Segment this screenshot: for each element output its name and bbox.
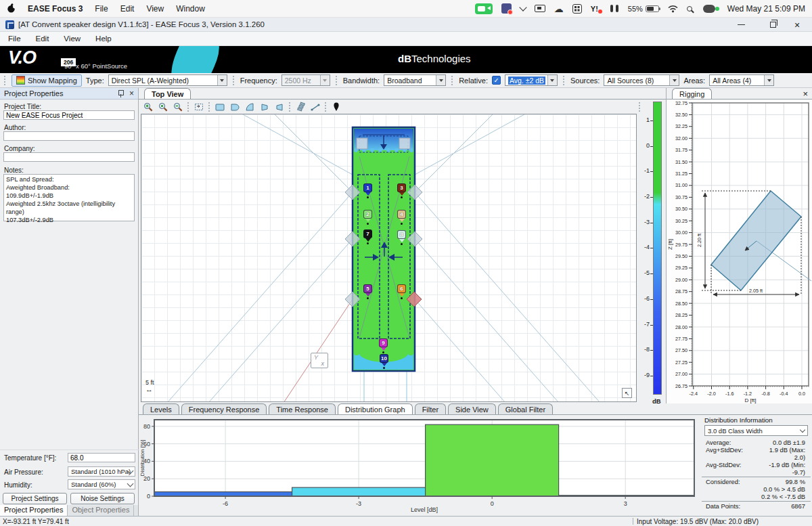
show-mapping-button[interactable]: Show Mapping [12,74,82,87]
speaker-pin-5[interactable]: 5 [363,284,373,299]
type-dropdown[interactable]: Direct SPL (A-Weighted) [108,74,227,86]
airpods-icon[interactable] [610,5,619,13]
speaker-pin-7[interactable]: 7 [363,229,373,244]
scale-tick-label: -2 [637,193,650,200]
speaker-pin-10[interactable]: 10 [379,354,389,369]
apple-icon[interactable] [7,3,16,14]
sources-dropdown[interactable]: All Sources (8) [604,74,679,86]
relative-dropdown[interactable]: Avg. ±2 dB [505,74,558,86]
rigging-chart[interactable]: 32.7532.5032.2532.0031.7531.5031.2531.00… [667,100,812,403]
reset-view-icon[interactable]: ↖ [622,388,632,398]
tab-global-filter[interactable]: Global Filter [498,403,553,414]
search-icon[interactable] [687,6,692,12]
speaker-pin-4[interactable]: 4 [397,210,407,225]
humidity-select[interactable]: Standard (60%) [68,479,135,489]
y-app-icon[interactable]: Y! [591,5,601,13]
menu-file[interactable]: File [8,35,21,43]
scale-tick-label: -7 [637,321,650,328]
svg-text:32.00: 32.00 [675,135,687,141]
toolbar-grip[interactable] [336,76,338,85]
tab-project-properties[interactable]: Project Properties [0,505,68,516]
battery-indicator[interactable]: 55% [628,5,659,13]
maximize-button[interactable] [759,18,786,32]
tab-time-response[interactable]: Time Response [269,403,336,414]
air-pressure-label: Air Pressure: [4,468,43,476]
area-pie-tool-icon[interactable] [243,100,256,113]
areas-dropdown[interactable]: All Areas (4) [709,74,774,86]
top-view-canvas[interactable]: 12345678910 5 ft↔ Yx ↖ [141,114,637,402]
tab-top-view[interactable]: Top View [144,88,191,99]
class-width-dropdown[interactable]: 3.0 dB Class Width [704,425,808,436]
tab-distribution-graph[interactable]: Distribution Graph [338,403,413,414]
toolbar-grip[interactable] [451,76,453,85]
mac-menu-file[interactable]: File [95,4,108,14]
zoom-fit-icon[interactable] [156,100,170,113]
cloud-icon[interactable]: ☁ [554,4,564,14]
axis-orientation-icon: Yx [311,353,328,368]
air-pressure-select[interactable]: Standard (1010 hPa) [68,466,135,477]
wifi-icon[interactable] [668,5,678,13]
menu-edit[interactable]: Edit [36,35,49,43]
bandwidth-dropdown[interactable]: Broadband [384,74,446,86]
dbtechnologies-logo: dBTechnologies [398,53,471,64]
area-dshape-tool-icon[interactable] [228,100,242,113]
company-input[interactable] [3,152,135,162]
company-label: Company: [4,145,35,152]
project-settings-button[interactable]: Project Settings [3,493,67,504]
zoom-selection-icon[interactable] [192,100,206,113]
close-icon[interactable]: × [129,89,134,97]
pin-icon[interactable] [118,90,124,97]
slope-tool-icon[interactable] [309,100,322,113]
zoom-out-icon[interactable] [171,100,185,113]
speaker-pin-6[interactable]: 6 [397,284,407,299]
relative-checkbox[interactable]: ✓ [492,76,501,85]
toolbar-grip[interactable] [233,76,235,85]
window-titlebar: [AT Convent speaker design V1.1.fc3] - E… [0,18,812,32]
toolbar-grip[interactable] [563,76,565,85]
stairs-tool-icon[interactable] [294,100,307,113]
scale-grip[interactable] [639,102,641,112]
chevron-down-icon[interactable] [519,3,526,11]
window-title: [AT Convent speaker design V1.1.fc3] - E… [18,20,265,28]
close-icon[interactable]: × [803,89,808,99]
source-pin-tool-icon[interactable] [330,100,343,113]
close-button[interactable]: × [784,18,811,32]
mac-menu-edit[interactable]: Edit [120,4,135,14]
tab-filter[interactable]: Filter [415,403,446,414]
project-title-input[interactable] [3,110,135,120]
toolbar-grip[interactable] [4,76,6,85]
user-switch-icon[interactable] [703,5,715,13]
distribution-info-row: Considered:99.8 % [702,478,811,485]
mac-menu-window[interactable]: Window [176,4,205,14]
tab-levels[interactable]: Levels [143,403,179,414]
speaker-pin-3[interactable]: 3 [397,183,407,198]
minimize-button[interactable] [727,18,754,32]
tab-rigging[interactable]: Rigging [672,88,712,99]
speaker-pin-9[interactable]: 9 [378,338,388,353]
menu-view[interactable]: View [64,35,81,43]
screen-recording-icon[interactable] [475,3,493,14]
tab-side-view[interactable]: Side View [448,403,496,414]
area-rectangle-tool-icon[interactable] [213,100,227,113]
teams-icon[interactable] [501,3,512,14]
noise-settings-button[interactable]: Noise Settings [70,493,135,504]
app-grid-icon[interactable] [572,4,582,14]
tab-frequency-response[interactable]: Frequency Response [181,403,267,414]
speaker-pin-1[interactable]: 1 [363,183,373,198]
temperature-input[interactable] [68,453,135,462]
zoom-in-icon[interactable] [141,100,155,113]
tab-object-properties[interactable]: Object Properties [68,505,134,516]
speaker-pin-8[interactable]: 8 [397,230,407,245]
menubar-clock[interactable]: Wed May 21 5:09 PM [727,4,805,14]
mac-menu-view[interactable]: View [146,4,164,14]
mac-active-app[interactable]: EASE Focus 3 [28,4,83,14]
speaker-pin-2[interactable]: 2 [363,210,373,225]
area-trapezoid-tool-icon[interactable] [258,100,271,113]
notes-textarea[interactable]: SPL and Spread: Aweighted Broadband: 109… [3,174,135,221]
svg-text:30.25: 30.25 [675,218,687,224]
area-trapezoid2-tool-icon[interactable] [273,100,286,113]
display-mirroring-icon[interactable] [535,5,545,12]
author-input[interactable] [3,131,135,141]
svg-text:D [ft]: D [ft] [745,397,757,403]
menu-help[interactable]: Help [95,35,112,43]
